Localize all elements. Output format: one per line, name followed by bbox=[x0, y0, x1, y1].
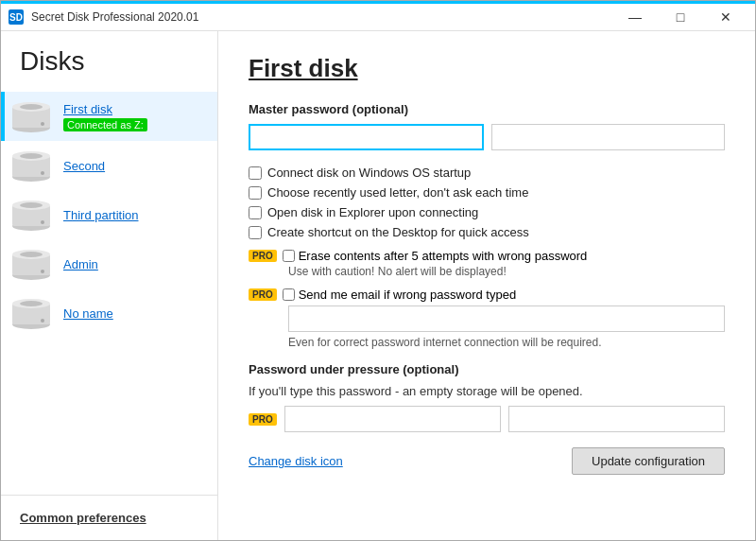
pro-erase-caution: Use with caution! No alert will be displ… bbox=[288, 265, 725, 278]
disk-icon-noname bbox=[9, 296, 54, 330]
pro-badge-pressure: PRO bbox=[249, 413, 277, 426]
master-password-row bbox=[249, 124, 725, 150]
checkbox-letter-label: Choose recently used letter, don't ask e… bbox=[267, 185, 528, 200]
close-button[interactable]: ✕ bbox=[704, 3, 747, 31]
pro-badge-erase: PRO bbox=[249, 250, 277, 262]
pro-email-row: PRO Send me email if wrong password type… bbox=[249, 288, 725, 302]
pressure-password-input[interactable] bbox=[284, 406, 501, 432]
pro-email-line: PRO Send me email if wrong password type… bbox=[249, 288, 725, 302]
pro-erase-label: Erase contents after 5 attempts with wro… bbox=[299, 249, 588, 263]
svg-point-23 bbox=[20, 301, 43, 306]
disk-name-admin[interactable]: Admin bbox=[63, 257, 98, 271]
svg-point-3 bbox=[20, 104, 43, 110]
minimize-button[interactable]: — bbox=[613, 3, 657, 31]
svg-point-24 bbox=[41, 319, 44, 323]
disk-icon-third bbox=[9, 198, 54, 232]
checkbox-explorer-label: Open disk in Explorer upon connecting bbox=[267, 205, 478, 219]
master-password-label: Master password (optional) bbox=[249, 102, 725, 116]
pressure-label: Password under pressure (optional) bbox=[249, 362, 725, 376]
pro-erase-row: PRO Erase contents after 5 attempts with… bbox=[249, 249, 725, 263]
master-password-input[interactable] bbox=[249, 124, 484, 150]
email-note: Even for correct password internet conne… bbox=[288, 336, 725, 349]
svg-point-8 bbox=[20, 153, 43, 159]
checkbox-shortcut-input[interactable] bbox=[249, 226, 262, 239]
common-preferences-link[interactable]: Common preferences bbox=[20, 511, 146, 525]
pro-email-label: Send me email if wrong password typed bbox=[299, 288, 517, 302]
update-configuration-button[interactable]: Update configuration bbox=[572, 447, 725, 475]
disk-status-first: Connected as Z: bbox=[63, 118, 147, 131]
sidebar: Disks First disk Connected as Z: bbox=[1, 31, 218, 540]
svg-point-19 bbox=[41, 270, 44, 273]
disk-info-second: Second bbox=[63, 159, 105, 173]
svg-point-9 bbox=[41, 171, 44, 175]
master-password-confirm[interactable] bbox=[491, 124, 725, 150]
email-input[interactable] bbox=[288, 305, 725, 332]
pressure-desc: If you'll type this password - an empty … bbox=[249, 384, 725, 398]
svg-point-13 bbox=[20, 202, 43, 208]
sidebar-item-noname[interactable]: No name bbox=[1, 288, 217, 338]
sidebar-item-third[interactable]: Third partition bbox=[1, 190, 217, 239]
checkbox-erase-input[interactable] bbox=[283, 250, 295, 262]
checkbox-startup-input[interactable] bbox=[249, 166, 262, 180]
disk-name-first[interactable]: First disk bbox=[63, 102, 147, 116]
app-icon: SD bbox=[9, 9, 24, 25]
disk-info-third: Third partition bbox=[63, 208, 138, 222]
maximize-button[interactable]: □ bbox=[659, 3, 702, 31]
disk-icon-admin bbox=[9, 247, 54, 281]
checkbox-startup: Connect disk on Windows OS startup bbox=[249, 166, 725, 180]
change-icon-link[interactable]: Change disk icon bbox=[249, 454, 343, 468]
pressure-inputs-row: PRO bbox=[249, 406, 725, 432]
pro-erase-line: PRO Erase contents after 5 attempts with… bbox=[249, 249, 725, 263]
checkbox-explorer: Open disk in Explorer upon connecting bbox=[249, 205, 725, 219]
disk-icon-second bbox=[9, 148, 54, 183]
sidebar-item-admin[interactable]: Admin bbox=[1, 239, 217, 288]
main-panel: First disk Master password (optional) Co… bbox=[218, 31, 755, 540]
disk-name-second[interactable]: Second bbox=[63, 159, 105, 173]
titlebar: SD Secret Disk Professional 2020.01 — □ … bbox=[1, 1, 755, 31]
sidebar-title: Disks bbox=[1, 46, 217, 92]
pressure-section: Password under pressure (optional) If yo… bbox=[249, 362, 725, 432]
checkbox-email-input[interactable] bbox=[283, 288, 295, 301]
svg-point-18 bbox=[20, 252, 43, 257]
pressure-password-confirm[interactable] bbox=[508, 406, 725, 432]
window-title: Secret Disk Professional 2020.01 bbox=[31, 10, 613, 24]
footer-row: Change disk icon Update configuration bbox=[249, 447, 725, 475]
disk-info-first: First disk Connected as Z: bbox=[63, 102, 147, 131]
svg-point-4 bbox=[41, 122, 44, 126]
common-preferences-section: Common preferences bbox=[1, 495, 217, 540]
email-input-section: Even for correct password internet conne… bbox=[288, 305, 725, 349]
disk-info-admin: Admin bbox=[63, 257, 98, 271]
disk-info-noname: No name bbox=[63, 306, 113, 321]
checkbox-shortcut: Create shortcut on the Desktop for quick… bbox=[249, 225, 725, 239]
checkbox-startup-label: Connect disk on Windows OS startup bbox=[267, 166, 471, 180]
disk-name-third[interactable]: Third partition bbox=[63, 208, 138, 222]
sidebar-item-first-disk[interactable]: First disk Connected as Z: bbox=[1, 92, 217, 141]
window-controls: — □ ✕ bbox=[613, 3, 747, 31]
content-area: Disks First disk Connected as Z: bbox=[1, 31, 755, 540]
pro-badge-email: PRO bbox=[249, 288, 277, 301]
checkbox-letter-input[interactable] bbox=[249, 186, 262, 200]
checkbox-shortcut-label: Create shortcut on the Desktop for quick… bbox=[267, 225, 529, 239]
pressure-inputs bbox=[284, 406, 725, 432]
disk-icon-first bbox=[9, 99, 54, 133]
checkbox-explorer-input[interactable] bbox=[249, 206, 262, 219]
disk-name-noname[interactable]: No name bbox=[63, 306, 113, 321]
checkbox-letter: Choose recently used letter, don't ask e… bbox=[249, 185, 725, 200]
app-window: SD Secret Disk Professional 2020.01 — □ … bbox=[0, 0, 756, 541]
svg-point-14 bbox=[41, 220, 44, 224]
page-title: First disk bbox=[249, 54, 725, 83]
sidebar-item-second[interactable]: Second bbox=[1, 141, 217, 190]
